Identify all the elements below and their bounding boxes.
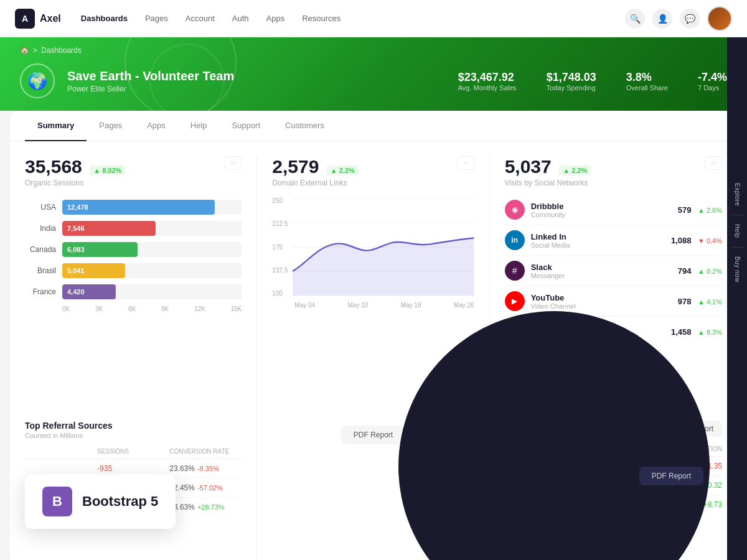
right-side-panel: Explore Help Buy now <box>727 0 747 560</box>
stat-label: Today Spending <box>547 84 596 91</box>
youtube-count: 978 <box>678 297 692 306</box>
linkedin-change: ▼ 0.4% <box>698 237 722 245</box>
social-networks-panel: 5,037 ▲ 2.2% ··· Visits by Social Networ… <box>490 156 722 406</box>
linkedin-name: Linked In <box>531 232 665 241</box>
instagram-type: Social Network <box>531 333 665 340</box>
nav-auth[interactable]: Auth <box>232 14 249 23</box>
navbar: A Axel Dashboards Pages Account Auth App… <box>0 0 747 37</box>
bar-value: 6,083 <box>67 246 85 253</box>
social-item-dribbble: ◉ Dribbble Community 579 ▲ 2.6% <box>505 195 722 225</box>
explore-side-btn[interactable]: Explore <box>730 174 745 215</box>
slack-icon: # <box>505 261 525 281</box>
stat-today-spending: $1,748.03 Today Spending <box>547 71 596 91</box>
pdf-report-panel: PDF Report <box>257 406 489 561</box>
tab-pages[interactable]: Pages <box>87 111 134 141</box>
nav-resources[interactable]: Resources <box>302 14 341 23</box>
pages-title: Top Performing Pages <box>505 421 597 431</box>
hero-bg-decor2 <box>149 44 224 111</box>
organic-sessions-more[interactable]: ··· <box>224 156 242 170</box>
bar-row-france: France 4,420 <box>25 284 242 299</box>
help-side-btn[interactable]: Help <box>730 215 745 248</box>
pdf-report-button-2[interactable]: PDF Report <box>665 421 722 437</box>
social-visits-more[interactable]: ··· <box>705 156 722 170</box>
nav-apps[interactable]: Apps <box>266 14 285 23</box>
stat-label: 7 Days <box>698 84 727 91</box>
slack-count: 794 <box>678 266 692 276</box>
dribbble-change: ▲ 2.6% <box>698 207 722 214</box>
sessions-val-1: -935 <box>97 464 169 473</box>
stat-value: $1,748.03 <box>547 71 596 84</box>
breadcrumb-separator: > <box>33 46 37 55</box>
slack-type: Messanger <box>531 272 672 279</box>
social-visits-badge: ▲ 2.2% <box>559 166 591 175</box>
tab-apps[interactable]: Apps <box>134 111 178 141</box>
stat-label: Overall Share <box>626 84 668 91</box>
dribbble-count: 579 <box>678 205 692 215</box>
bar-axis: 0K 3K 6K 9K 12K 15K <box>25 306 242 312</box>
bar-label: Canada <box>25 245 56 254</box>
external-links-panel: 2,579 ▲ 2.2% ··· Domain External Links 2… <box>257 156 489 406</box>
bar-row-usa: USA 12,478 <box>25 200 242 215</box>
stat-label: Avg. Monthly Sales <box>458 84 517 91</box>
bar-label: Brasil <box>25 266 56 275</box>
social-item-linkedin: in Linked In Social Media 1,088 ▼ 0.4% <box>505 225 722 256</box>
bar-chart: USA 12,478 India 7,546 <box>25 200 242 312</box>
bar-label: USA <box>25 203 56 212</box>
stat-value: -7.4% <box>698 71 727 84</box>
bar-label: India <box>25 224 56 233</box>
pdf-dark-panel: PDF Report <box>639 467 703 485</box>
dribbble-name: Dribbble <box>531 202 672 211</box>
bar-value: 4,420 <box>67 288 85 296</box>
organic-sessions-badge: ▲ 8.02% <box>90 166 125 175</box>
youtube-icon: ▶ <box>505 291 525 311</box>
stat-value: $23,467.92 <box>458 71 517 84</box>
external-links-more[interactable]: ··· <box>457 156 474 170</box>
nav-pages[interactable]: Pages <box>145 14 168 23</box>
referral-subtitle: Counted in Millions <box>25 432 242 439</box>
stat-value: 3.8% <box>626 71 668 84</box>
youtube-type: Video Channel <box>531 302 672 310</box>
bar-value: 7,546 <box>67 225 85 232</box>
youtube-name: YouTube <box>531 293 672 302</box>
linkedin-icon: in <box>505 230 525 250</box>
social-item-slack: # Slack Messanger 794 ▲ 0.2% <box>505 256 722 286</box>
tab-support[interactable]: Support <box>220 111 273 141</box>
organic-sessions-label: Organic Sessions <box>25 179 242 187</box>
external-links-value: 2,579 <box>272 156 319 177</box>
nav-right: 🔍 👤 💬 <box>625 6 732 31</box>
hero-stats: $23,467.92 Avg. Monthly Sales $1,748.03 … <box>458 71 727 91</box>
stat-monthly-sales: $23,467.92 Avg. Monthly Sales <box>458 71 517 91</box>
tab-help[interactable]: Help <box>178 111 220 141</box>
pdf-report-button-1[interactable]: PDF Report <box>341 426 405 444</box>
pages-subtitle: Counted in Millions <box>505 432 597 439</box>
linkedin-type: Social Media <box>531 241 665 249</box>
col-clicks: CLICKS <box>613 446 667 452</box>
social-visits-label: Visits by Social Networks <box>505 179 722 187</box>
brand[interactable]: A Axel <box>15 9 61 29</box>
buynow-side-btn[interactable]: Buy now <box>730 248 745 291</box>
home-icon[interactable]: 🏠 <box>20 46 29 55</box>
social-item-instagram: ◉ Instagram Social Network 1,458 ▲ 8.3% <box>505 317 722 347</box>
notifications-icon[interactable]: 👤 <box>652 9 672 29</box>
stat-7days: -7.4% 7 Days <box>698 71 727 91</box>
organic-sessions-value: 35,568 <box>25 156 82 177</box>
nav-dashboards[interactable]: Dashboards <box>81 14 128 23</box>
hero-section: 🏠 > Dashboards 🌍 Save Earth - Volunteer … <box>0 37 747 111</box>
bootstrap-card: B Bootstrap 5 <box>25 474 176 529</box>
tab-customers[interactable]: Customers <box>273 111 337 141</box>
messages-icon[interactable]: 💬 <box>680 9 700 29</box>
instagram-icon: ◉ <box>505 322 525 342</box>
bar-label: France <box>25 287 56 296</box>
youtube-change: ▲ 4.1% <box>698 298 722 306</box>
instagram-name: Instagram <box>531 324 665 333</box>
slack-change: ▲ 0.2% <box>698 268 722 275</box>
tab-summary[interactable]: Summary <box>25 111 87 141</box>
user-avatar[interactable] <box>707 6 732 31</box>
tab-bar: Summary Pages Apps Help Support Customer… <box>10 111 737 141</box>
pdf-report-dark-button[interactable]: PDF Report <box>639 467 703 485</box>
bootstrap-label: Bootstrap 5 <box>82 493 158 510</box>
nav-account[interactable]: Account <box>186 14 215 23</box>
search-icon[interactable]: 🔍 <box>625 9 645 29</box>
bar-row-canada: Canada 6,083 <box>25 242 242 257</box>
page-row-devs: devs.keenthemes.com 67 +24 7.63 +8.73 <box>505 495 722 514</box>
